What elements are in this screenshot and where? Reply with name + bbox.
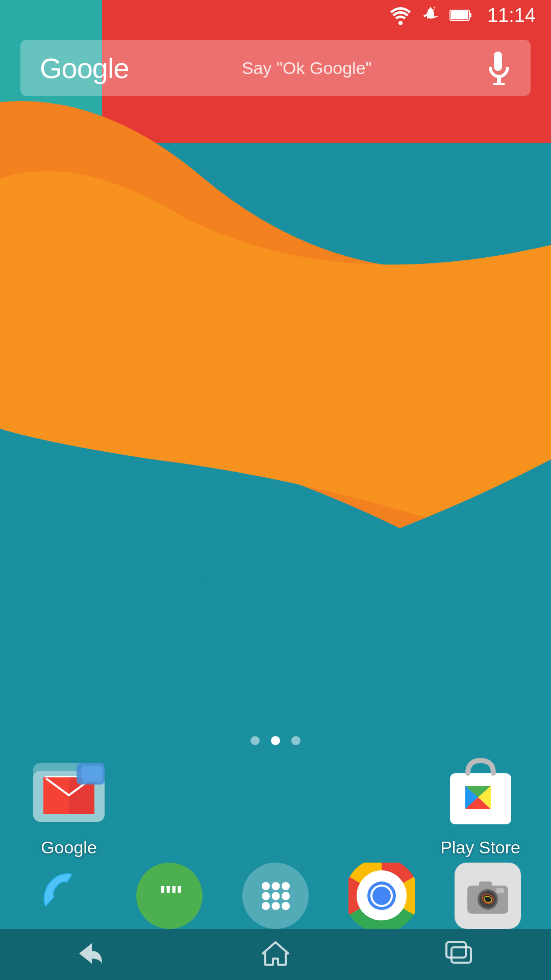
dock-phone[interactable]	[30, 863, 96, 929]
svg-rect-44	[496, 888, 504, 893]
back-button[interactable]	[74, 941, 110, 968]
search-hint: Say "Ok Google"	[129, 58, 485, 78]
svg-rect-45	[446, 942, 466, 958]
status-time: 11:14	[487, 5, 536, 27]
home-icons: Google Play Store	[0, 753, 551, 857]
battery-icon	[449, 9, 472, 22]
svg-point-38	[372, 887, 391, 905]
page-dots	[0, 736, 551, 745]
svg-point-27	[271, 882, 280, 890]
svg-rect-46	[452, 947, 471, 963]
svg-text:": "	[170, 880, 183, 910]
svg-point-4	[398, 21, 403, 25]
app-icon-play-store-label: Play Store	[440, 838, 520, 857]
svg-point-29	[262, 892, 270, 900]
app-icon-google-label: Google	[41, 838, 97, 857]
google-logo: Google	[40, 52, 129, 85]
svg-point-31	[282, 892, 290, 900]
app-icon-google[interactable]: Google	[31, 753, 107, 857]
svg-point-33	[271, 902, 280, 910]
svg-point-26	[262, 882, 270, 890]
app-icon-play-store[interactable]: Play Store	[440, 753, 520, 857]
svg-rect-15	[43, 777, 69, 814]
svg-rect-10	[493, 83, 505, 85]
home-button[interactable]	[258, 938, 293, 971]
svg-rect-43	[479, 881, 492, 888]
mic-icon[interactable]	[485, 50, 511, 86]
dock-hangouts[interactable]: " "	[136, 863, 203, 929]
svg-text:": "	[159, 880, 172, 910]
recents-button[interactable]	[441, 938, 477, 971]
svg-point-34	[282, 902, 290, 910]
page-dot-0[interactable]	[251, 736, 260, 745]
search-bar[interactable]: Google Say "Ok Google"	[20, 40, 531, 96]
wifi-icon	[389, 6, 412, 25]
page-dot-1[interactable]	[271, 736, 280, 745]
dock-camera[interactable]	[455, 863, 521, 929]
status-bar: 11:14	[0, 0, 551, 31]
svg-rect-8	[494, 52, 502, 71]
page-dot-2[interactable]	[291, 736, 300, 745]
dock-chrome[interactable]	[348, 863, 415, 929]
svg-rect-7	[451, 11, 468, 19]
dock-apps[interactable]	[242, 863, 309, 929]
svg-point-30	[271, 892, 280, 900]
svg-point-32	[262, 902, 270, 910]
svg-point-28	[282, 882, 290, 890]
dock: " "	[0, 863, 551, 929]
svg-rect-18	[82, 766, 102, 782]
svg-rect-9	[497, 78, 501, 83]
airplane-icon	[421, 6, 440, 25]
nav-bar	[0, 929, 551, 980]
svg-rect-6	[469, 13, 471, 17]
